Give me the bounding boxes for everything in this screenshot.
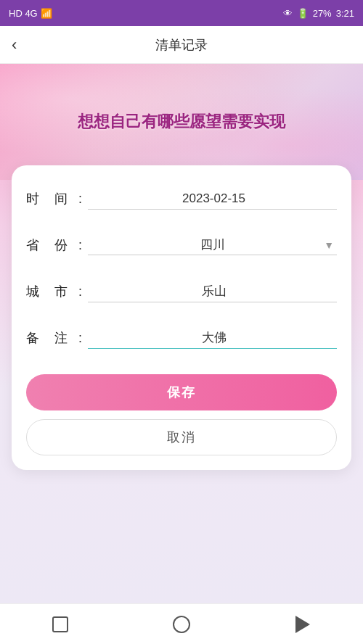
city-input[interactable]	[88, 281, 337, 302]
header: ‹ 清单记录	[0, 26, 363, 64]
province-row: 省 份 : 四川 北京 上海 广东 ▼	[26, 229, 337, 261]
nav-circle-button[interactable]	[171, 614, 192, 635]
city-label: 城 市	[26, 283, 78, 300]
signal-icon: 📶	[41, 8, 52, 19]
note-colon: :	[78, 331, 82, 346]
battery-percent: 27%	[313, 8, 332, 19]
status-left: HD 4G 📶	[9, 8, 52, 19]
circle-icon	[173, 616, 190, 633]
content-wrapper: 想想自己有哪些愿望需要实现 时 间 : 省 份 : 四川 北京 上海 广东 ▼	[0, 64, 363, 603]
date-row: 时 间 :	[26, 183, 337, 215]
nav-back-button[interactable]	[293, 614, 313, 635]
eye-icon: 👁	[283, 8, 293, 19]
triangle-icon	[295, 616, 310, 633]
banner-text: 想想自己有哪些愿望需要实现	[78, 111, 285, 133]
province-select[interactable]: 四川 北京 上海 广东	[88, 235, 337, 255]
bottom-nav	[0, 603, 363, 644]
date-label: 时 间	[26, 190, 78, 207]
save-button[interactable]: 保存	[26, 374, 337, 410]
province-select-wrapper: 四川 北京 上海 广东 ▼	[88, 235, 337, 255]
hd-label: HD 4G	[9, 8, 38, 19]
cancel-button[interactable]: 取消	[26, 419, 337, 455]
status-bar: HD 4G 📶 👁 🔋 27% 3:21	[0, 0, 363, 26]
page-title: 清单记录	[155, 36, 208, 54]
battery-icon: 🔋	[297, 8, 309, 19]
date-input[interactable]	[88, 189, 337, 210]
city-colon: :	[78, 284, 82, 300]
note-row: 备 注 :	[26, 322, 337, 354]
city-row: 城 市 :	[26, 276, 337, 307]
time-display: 3:21	[336, 8, 354, 19]
back-button[interactable]: ‹	[12, 36, 17, 54]
status-right: 👁 🔋 27% 3:21	[283, 8, 354, 19]
province-colon: :	[78, 238, 82, 253]
form-card: 时 间 : 省 份 : 四川 北京 上海 广东 ▼ 城 市 :	[12, 165, 351, 470]
date-colon: :	[78, 191, 82, 207]
square-icon	[52, 616, 68, 632]
note-input[interactable]	[88, 328, 337, 349]
province-label: 省 份	[26, 236, 78, 254]
banner: 想想自己有哪些愿望需要实现	[0, 64, 363, 180]
nav-square-button[interactable]	[50, 614, 70, 635]
note-label: 备 注	[26, 329, 78, 347]
